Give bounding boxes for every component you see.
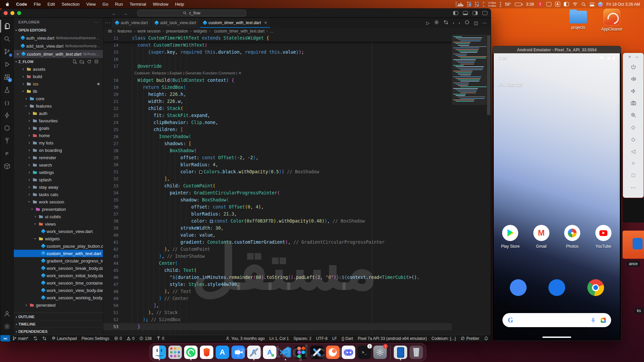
explorer-icon[interactable] <box>0 20 14 33</box>
pieces-settings-button[interactable]: Pieces Settings <box>79 336 112 341</box>
indentation-status[interactable]: Spaces: 2 <box>291 336 314 341</box>
breadcrumb-item[interactable]: presentation <box>166 29 188 34</box>
tab-overflow-icon[interactable]: ··· <box>103 18 112 28</box>
desktop-icon-projects[interactable]: projects <box>566 11 591 30</box>
tree-item-settings[interactable]: ›settings <box>14 169 103 176</box>
overview-button[interactable]: □ <box>623 169 644 181</box>
app-youtube[interactable]: YouTube <box>589 225 618 249</box>
minimap[interactable] <box>452 35 487 335</box>
code-line[interactable]: 24 clipBehavior: Clip.none, <box>103 119 491 126</box>
code-line[interactable]: 52 ); // SizedBox <box>103 316 491 323</box>
battery-icon[interactable] <box>515 3 523 6</box>
tree-item-presentation[interactable]: ›presentation <box>14 205 103 213</box>
app-photos[interactable]: Photos <box>558 225 587 249</box>
volume-down-button[interactable] <box>623 85 644 97</box>
app-chrome[interactable] <box>581 279 610 296</box>
google-lens-icon[interactable] <box>601 318 606 323</box>
google-search-bar[interactable]: G <box>502 313 611 327</box>
new-file-icon[interactable] <box>72 59 77 64</box>
more-button[interactable]: ⋯ <box>623 181 644 193</box>
tab-custom_timer_with_text.dart[interactable]: custom_timer_with_text.dart× <box>200 18 271 28</box>
code-line[interactable]: 45 child: Text( <box>103 267 491 274</box>
open-editors-header[interactable]: › OPEN EDITORS <box>14 26 103 34</box>
toggle-sidebar-icon[interactable] <box>453 11 458 15</box>
git-branch-status[interactable]: main* <box>10 336 31 341</box>
history-forward-button[interactable]: → <box>123 10 128 16</box>
menu-item-file[interactable]: File <box>31 2 44 7</box>
language-mode[interactable]: {} Dart <box>339 336 355 341</box>
settings-gear-icon[interactable] <box>0 320 14 333</box>
account-icon[interactable] <box>0 307 14 320</box>
code-line[interactable]: 30 blurRadius: 4, <box>103 161 491 168</box>
dock-item-trash[interactable] <box>410 345 423 360</box>
code-line[interactable]: 41 gradient: Constants.customTimerGradie… <box>103 239 491 246</box>
dock-item-launchpad[interactable] <box>168 345 182 360</box>
breadcrumb-item[interactable]: work session <box>137 29 160 34</box>
source-control-icon[interactable] <box>0 45 14 58</box>
remote-indicator[interactable]: >< <box>0 335 10 342</box>
rotate-left-button[interactable]: ◇ <box>623 121 644 133</box>
code-line[interactable]: 21 width: 226.w, <box>103 98 491 105</box>
appstore-icon[interactable]: A <box>216 346 229 359</box>
chrome-icon[interactable] <box>587 279 604 296</box>
code-line[interactable]: 22 child: Stack( <box>103 105 491 112</box>
problems-errors[interactable]: 0 <box>112 336 124 341</box>
breadcrumb-item[interactable]: ... <box>270 29 273 34</box>
desktop-icon-appcleaner[interactable]: AppCleaner <box>599 9 625 32</box>
code-line[interactable]: 51 ), // Stack <box>103 309 491 316</box>
dock-item-settings[interactable]: 1 <box>373 345 387 360</box>
section-outline[interactable]: ›OUTLINE <box>14 313 103 320</box>
encoding-status[interactable]: UTF-8 <box>314 336 330 341</box>
code-line[interactable]: 42 ), // CustomPaint <box>103 246 491 253</box>
postman-icon[interactable] <box>326 346 339 359</box>
screenshot-button[interactable] <box>623 97 644 109</box>
lens-text[interactable]: Codeium: Refactor | Explain | Generate F… <box>124 70 241 77</box>
messages-icon[interactable] <box>548 279 565 296</box>
trash-icon[interactable] <box>410 346 423 359</box>
code-line[interactable]: 19 return SizedBox( <box>103 84 491 91</box>
emulator-minimize-button[interactable]: – <box>636 54 638 59</box>
emulator-title-bar[interactable]: Android Emulator - Pixel_7a_API_33:5554 <box>493 46 621 53</box>
siri-icon[interactable] <box>598 2 603 7</box>
code-line[interactable]: 37 blurRadius: 21.3, <box>103 210 491 218</box>
code-line[interactable]: 14 const CustomTimerWithText( <box>103 42 491 49</box>
tree-item-ios[interactable]: ›ios <box>14 80 103 87</box>
editor-scrollbar[interactable] <box>487 35 491 335</box>
menu-item-help[interactable]: Help <box>172 2 187 7</box>
whatsapp-icon[interactable] <box>184 346 198 359</box>
open-editor-custom_timer_with_text.dart[interactable]: ×custom_timer_with_text.dartlib/features… <box>14 50 103 58</box>
nav-back-icon[interactable]: ‹ <box>453 20 454 25</box>
sync-button[interactable] <box>31 336 40 341</box>
debug-settings-icon[interactable] <box>434 20 439 26</box>
istat-time[interactable]: 3:39 <box>526 2 534 7</box>
app-messages[interactable] <box>542 279 571 296</box>
menu-clock[interactable]: Fri 18 Oct 3:26 AM <box>606 2 640 7</box>
voice-search-icon[interactable] <box>590 317 596 323</box>
explorer-more-icon[interactable]: ··· <box>94 20 98 24</box>
problems-warnings[interactable]: 0 <box>124 336 137 341</box>
tree-item-lib[interactable]: ›lib <box>14 87 103 95</box>
xcodebeta-icon[interactable] <box>310 346 324 359</box>
tree-item-work-session-view-body-dart[interactable]: work_session_view_body.dart <box>14 287 103 294</box>
nav-forward-icon[interactable]: › <box>459 20 460 25</box>
dock-item-xcode[interactable]: A <box>247 345 261 360</box>
code-line[interactable]: 48 ), // Text <box>103 288 491 295</box>
tree-item-gradient-circular-progress-indica-[interactable]: gradient_circular_progress_indica... <box>14 257 103 264</box>
code-line[interactable]: 49 ) // Center <box>103 295 491 302</box>
pieces-icon[interactable]: P <box>0 147 14 160</box>
dock-item-terminal[interactable]: >_1 <box>358 345 371 360</box>
code-line[interactable]: 53 } <box>103 323 491 330</box>
wifi-icon[interactable] <box>573 2 578 7</box>
tree-item-work-session-time-container-dart[interactable]: work_session_time_container.dart <box>14 279 103 287</box>
menu-item-view[interactable]: View <box>83 2 99 7</box>
new-folder-icon[interactable] <box>79 59 84 64</box>
open-editor-add_task_view.dart[interactable]: add_task_view.dartlib/features/home/pr..… <box>14 42 103 50</box>
alert-badge[interactable]: ! <box>538 2 543 7</box>
codeium-icon[interactable]: { } <box>0 96 14 109</box>
docker-icon[interactable] <box>0 160 14 173</box>
screen-capture-icon[interactable] <box>564 2 569 6</box>
tree-item-reminder[interactable]: ›reminder <box>14 154 103 161</box>
split-editor-icon[interactable]: ◫ <box>474 20 478 25</box>
tab-add_task_view.dart[interactable]: add_task_view.dart <box>152 18 200 28</box>
code-line[interactable]: 35 shadow: BoxShadow( <box>103 196 491 203</box>
